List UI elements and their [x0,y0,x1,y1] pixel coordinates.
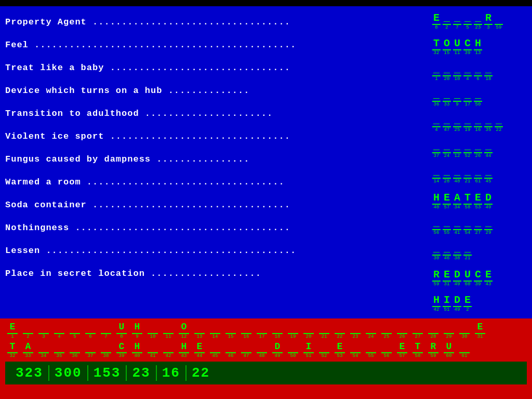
letter-cell: _11 [161,322,176,339]
answer-letter-group: _18 [484,64,493,82]
answer-letter: E [463,295,472,307]
answer-block: T32O15U11C39H13 [432,38,528,56]
lc-num: 8 [120,334,123,339]
lc-num: 41 [150,353,156,358]
letter-cell: H40 [130,341,144,359]
lc-letter: _ [70,341,80,354]
lc-num: 54 [353,353,358,358]
answer-letter-group: _12 [453,141,461,158]
main-area: Property Agent .........................… [0,6,532,318]
lc-num: 42 [166,353,171,358]
answer-letters: _1_20_10_4_6_18 [432,64,493,82]
answer-num: 18 [484,76,493,82]
answer-letter-group: _47 [443,115,451,132]
letter-cell: _16 [239,322,254,339]
lc-letter: U [444,341,454,354]
lc-num: 5 [73,334,76,339]
lc-letter: E [397,341,407,354]
lc-num: 52 [322,353,327,358]
lc-num: 35 [57,353,62,358]
answer-letter-group: _45 [484,166,493,184]
answer-letter: _ [484,64,493,76]
answer-letter-group: _16 [474,115,482,132]
answer-letter: _ [443,115,451,127]
answer-letter-group: _46 [443,243,451,261]
lc-num: 6 [89,334,91,339]
answer-letter: C [463,38,472,50]
letter-cell: E1 [5,322,20,339]
answer-num: 4 [432,127,441,132]
answer-num: 3 [484,25,493,30]
answer-num: 2 [443,25,451,30]
lc-letter: _ [23,322,33,334]
answer-num: 45 [484,179,493,184]
answer-letter: _ [453,218,461,230]
clues-panel: Property Agent .........................… [0,6,428,318]
lc-num: 58 [415,353,421,358]
lc-letter: _ [366,341,376,354]
answer-letter-group: _61 [474,166,482,184]
score-item: 16 [157,365,187,381]
answer-letter-group: _59 [495,12,503,30]
letter-cell: E57 [395,341,409,359]
answer-letter-group: _28 [443,166,451,184]
answer-letter-group: _55 [443,218,451,235]
lc-letter: _ [54,322,64,334]
answer-num: 8 [432,25,441,30]
lc-letter: _ [54,341,64,354]
lc-letter: A [23,341,33,354]
answer-letter-group: H42 [432,295,441,312]
clue-row: Violent ice sport ......................… [5,125,423,148]
letter-cell: _18 [270,322,285,339]
answer-letter-group: _37 [432,141,441,158]
clue-text: Violent ice sport ......................… [5,131,290,141]
lc-num: 31 [477,334,483,339]
lc-letter: E [7,322,18,334]
letter-cell: _15 [223,322,238,339]
clue-row: Fungus caused by dampness ..............… [5,148,423,170]
lc-num: 59 [431,353,436,358]
answer-num: 12 [453,153,461,158]
answer-num: 58 [463,205,472,210]
answer-letter-group: _1 [432,64,441,82]
lc-letter: _ [194,322,205,334]
letter-cell: _13 [192,322,207,339]
answer-num: 37 [432,153,441,158]
clue-text: Warmed a room ..........................… [5,177,285,187]
letter-cell: _55 [364,341,378,359]
lc-letter: E [194,341,205,354]
answer-letter-group: _41 [453,218,461,235]
answer-num: 41 [453,230,461,235]
title-bar [0,0,532,6]
bottom-panel: E1_2_3_4_5_6_7U8H9_10_11O12_13_14_15_16_… [0,318,532,399]
answer-num: 24 [443,153,451,158]
letter-cell: U60 [442,341,456,359]
lc-num: 47 [244,353,249,358]
answer-letter: _ [463,166,472,179]
clue-text: Soda container .........................… [5,200,290,210]
lc-num: 53 [337,353,343,358]
answer-letter: _ [443,64,451,76]
answer-letters: T32O15U11C39H13 [432,38,482,56]
lc-num: 11 [166,334,171,339]
clue-text: Fungus caused by dampness ..............… [5,154,249,164]
letter-cell: _21 [317,322,331,339]
letter-grid-row1: E1_2_3_4_5_6_7U8H9_10_11O12_13_14_15_16_… [5,322,527,339]
answer-letter-group: _27 [474,218,482,235]
answer-num: 54 [463,230,472,235]
letter-cell: _28 [426,322,441,339]
score-item: 22 [187,365,215,381]
answer-num: 2 [463,307,472,312]
lc-num: 46 [228,353,234,358]
answer-num: 39 [463,50,472,56]
lc-num: 48 [259,353,265,358]
answer-num: 51 [443,307,451,312]
answer-letter: _ [474,64,482,76]
answer-letter-group: _56 [432,218,441,235]
lc-num: 10 [150,334,156,339]
letter-cell: _61 [457,341,472,359]
answer-letter-group: O15 [443,38,451,56]
answer-num: 31 [443,282,451,287]
answer-letter-group: _26 [474,141,482,158]
answer-letter-group: _24 [443,141,451,158]
